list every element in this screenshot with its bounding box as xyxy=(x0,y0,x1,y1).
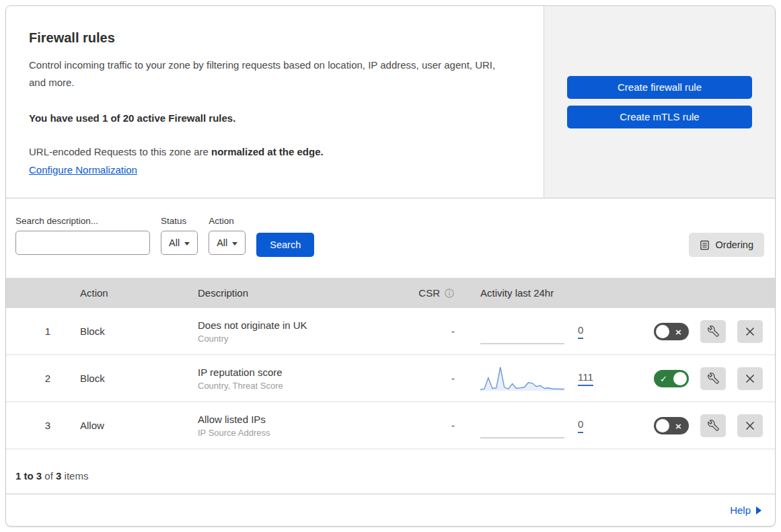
search-group: Search description... xyxy=(15,216,150,255)
rule-action: Block xyxy=(67,373,184,384)
search-button[interactable]: Search xyxy=(256,233,314,257)
rule-activity-cell: 0 xyxy=(460,412,622,440)
table-row: 2 Block IP reputation score Country, Thr… xyxy=(6,355,775,402)
rule-action: Allow xyxy=(67,420,184,431)
rule-enabled-toggle[interactable]: ✓ × xyxy=(654,323,689,340)
x-icon: × xyxy=(675,327,682,336)
chevron-down-icon xyxy=(184,242,190,245)
activity-sparkline xyxy=(480,412,564,440)
intro-section: Firewall rules Control incoming traffic … xyxy=(6,6,544,198)
search-label: Search description... xyxy=(15,216,150,226)
description-column-header: Description xyxy=(184,287,406,299)
configure-normalization-link[interactable]: Configure Normalization xyxy=(29,164,137,176)
firewall-rules-page: Firewall rules Control incoming traffic … xyxy=(0,0,781,532)
edit-rule-button[interactable] xyxy=(700,320,726,343)
table-row: 3 Allow Allow listed IPs IP Source Addre… xyxy=(6,402,775,449)
rule-enabled-toggle[interactable]: ✓ × xyxy=(654,417,689,434)
help-label: Help xyxy=(730,504,751,516)
rule-priority: 3 xyxy=(6,420,67,431)
table-row: 1 Block Does not originate in UK Country… xyxy=(6,308,775,355)
arrow-right-icon xyxy=(756,506,761,515)
action-column-header: Action xyxy=(67,287,184,299)
status-select[interactable]: All xyxy=(161,231,198,255)
normalization-text: URL-encoded Requests to this zone are xyxy=(29,146,211,157)
action-filter-group: Action All xyxy=(209,216,246,255)
close-icon xyxy=(745,373,755,384)
delete-rule-button[interactable] xyxy=(737,367,763,390)
status-selected-value: All xyxy=(169,237,180,248)
table-header-row: Action Description CSR Activity last 24h… xyxy=(6,278,775,308)
toggle-knob xyxy=(656,419,669,432)
help-bar: Help xyxy=(6,494,775,526)
rule-activity-cell: 0 xyxy=(460,317,622,346)
firewall-rules-card: Firewall rules Control incoming traffic … xyxy=(5,5,776,527)
ordering-button[interactable]: Ordering xyxy=(689,233,764,257)
actions-aside: Create firewall rule Create mTLS rule xyxy=(544,6,775,198)
list-document-icon xyxy=(700,240,710,250)
rule-csr-value: - xyxy=(406,420,460,431)
create-mtls-rule-button[interactable]: Create mTLS rule xyxy=(567,106,752,128)
activity-sparkline xyxy=(480,317,564,346)
header-band: Firewall rules Control incoming traffic … xyxy=(6,6,775,198)
close-icon xyxy=(745,326,755,337)
delete-rule-button[interactable] xyxy=(737,320,763,343)
action-select[interactable]: All xyxy=(209,231,246,255)
rule-description-cell: Does not originate in UK Country xyxy=(184,319,406,344)
page-title: Firewall rules xyxy=(29,30,521,46)
rule-controls: ✓ × xyxy=(622,320,775,343)
pagination-items: items xyxy=(61,470,88,482)
rule-description-cell: IP reputation score Country, Threat Scor… xyxy=(184,367,406,391)
activity-count-link[interactable]: 111 xyxy=(578,371,593,386)
x-icon: × xyxy=(675,421,682,430)
page-description: Control incoming traffic to your zone by… xyxy=(29,56,513,92)
rule-priority: 2 xyxy=(6,373,67,384)
activity-column-header: Activity last 24hr xyxy=(460,287,622,299)
normalization-notice: URL-encoded Requests to this zone are no… xyxy=(29,144,521,160)
pagination-summary: 1 to 3 of 3 items xyxy=(6,449,775,494)
edit-rule-button[interactable] xyxy=(700,367,726,390)
rule-description: IP reputation score xyxy=(198,367,406,378)
pagination-of: of xyxy=(42,470,56,482)
csr-header-label: CSR xyxy=(418,287,440,299)
info-icon[interactable] xyxy=(444,288,455,299)
ordering-button-label: Ordering xyxy=(716,239,753,250)
activity-sparkline xyxy=(480,365,564,393)
rule-action: Block xyxy=(67,326,184,337)
pagination-range: 1 to 3 xyxy=(15,470,42,482)
rule-priority: 1 xyxy=(6,326,67,337)
rule-fields: IP Source Address xyxy=(198,428,406,438)
check-icon: ✓ xyxy=(660,374,667,383)
usage-notice: You have used 1 of 20 active Firewall ru… xyxy=(29,112,521,124)
status-filter-group: Status All xyxy=(161,216,198,255)
toggle-knob xyxy=(656,325,669,338)
toggle-knob xyxy=(673,372,687,385)
search-input[interactable] xyxy=(28,237,150,248)
wrench-icon xyxy=(708,326,719,337)
action-selected-value: All xyxy=(217,237,227,248)
csr-column-header: CSR xyxy=(406,287,460,299)
rule-fields: Country xyxy=(198,334,406,344)
search-input-wrapper[interactable] xyxy=(15,231,150,255)
edit-rule-button[interactable] xyxy=(700,414,726,437)
rule-csr-value: - xyxy=(406,326,460,337)
rule-fields: Country, Threat Score xyxy=(198,381,406,391)
filter-bar: Search description... Status All Action xyxy=(6,198,775,278)
activity-count-link[interactable]: 0 xyxy=(578,418,583,433)
rule-csr-value: - xyxy=(406,373,460,384)
action-label: Action xyxy=(209,216,246,226)
rule-controls: ✓ × xyxy=(622,414,775,437)
rule-enabled-toggle[interactable]: ✓ × xyxy=(654,370,689,387)
wrench-icon xyxy=(708,373,719,384)
rule-description: Allow listed IPs xyxy=(198,414,406,425)
normalization-bold-text: normalized at the edge. xyxy=(211,146,324,157)
activity-count-link[interactable]: 0 xyxy=(578,324,583,339)
chevron-down-icon xyxy=(232,242,237,245)
rule-description: Does not originate in UK xyxy=(198,319,406,331)
status-label: Status xyxy=(161,216,198,226)
rule-description-cell: Allow listed IPs IP Source Address xyxy=(184,414,406,438)
help-link[interactable]: Help xyxy=(730,504,761,516)
rule-activity-cell: 111 xyxy=(460,365,622,393)
wrench-icon xyxy=(708,420,719,431)
delete-rule-button[interactable] xyxy=(737,414,763,437)
create-firewall-rule-button[interactable]: Create firewall rule xyxy=(567,76,752,99)
